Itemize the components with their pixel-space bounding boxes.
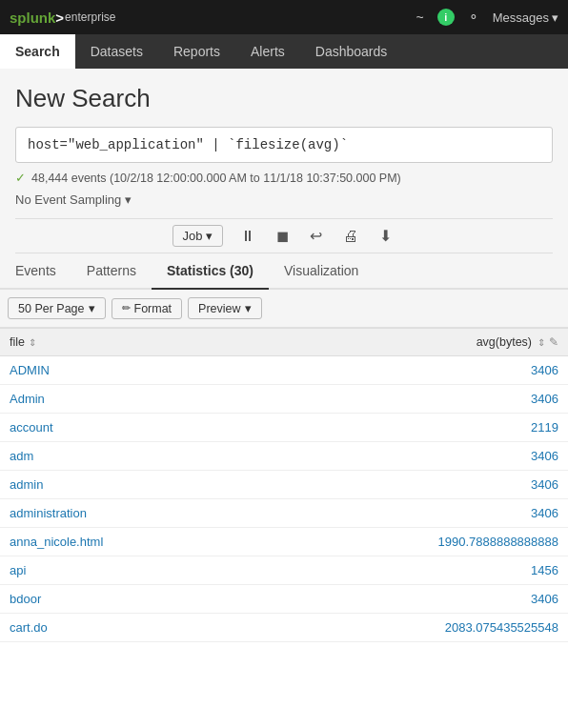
table-row: anna_nicole.html1990.7888888888888 [0,528,568,556]
events-summary: 48,444 events (10/2/18 12:00:00.000 AM t… [31,172,401,185]
messages-label: Messages [493,10,549,25]
cell-avg-bytes: 1990.7888888888888 [254,528,568,556]
activity-icon[interactable]: ~ [416,10,424,25]
sub-toolbar: 50 Per Page ▾ ✏ Format Preview ▾ [0,290,568,328]
col-header-avg-bytes[interactable]: avg(bytes) ⇕ ✎ [254,329,568,356]
table-header-row: file ⇕ avg(bytes) ⇕ ✎ [0,329,568,356]
preview-chevron: ▾ [245,301,252,315]
check-icon: ✓ [15,171,26,185]
cell-file[interactable]: admin [0,471,254,499]
job-button[interactable]: Job ▾ [172,225,224,247]
table-row: Admin3406 [0,385,568,414]
download-button[interactable]: ⬇ [375,225,396,247]
nav-bar: Search Datasets Reports Alerts Dashboard… [0,34,568,69]
cell-avg-bytes: 2083.075435525548 [254,614,568,642]
table-row: cart.do2083.075435525548 [0,614,568,642]
col-header-file[interactable]: file ⇕ [0,329,254,356]
format-pencil-icon: ✏ [122,302,131,314]
table-wrapper: file ⇕ avg(bytes) ⇕ ✎ ADMIN3406Admin3406… [0,328,568,642]
cell-file[interactable]: api [0,556,254,585]
print-button[interactable]: 🖨 [339,226,362,247]
cell-file[interactable]: bdoor [0,585,254,614]
page-title: New Search [15,84,553,113]
cell-avg-bytes: 3406 [254,442,568,471]
file-sort-icon: ⇕ [29,337,36,348]
preview-button[interactable]: Preview ▾ [188,297,261,319]
share-button[interactable]: ↩ [306,225,326,247]
cell-file[interactable]: Admin [0,385,254,414]
info-icon[interactable]: i [437,9,455,26]
messages-button[interactable]: Messages ▾ [493,10,558,25]
splunk-brand-text: splunk [10,10,55,26]
stop-button[interactable]: ◼ [273,225,293,247]
enterprise-label: enterprise [65,10,115,24]
data-table: file ⇕ avg(bytes) ⇕ ✎ ADMIN3406Admin3406… [0,328,568,642]
cell-file[interactable]: adm [0,442,254,471]
sampling-label: No Event Sampling [15,192,121,207]
events-info: ✓ 48,444 events (10/2/18 12:00:00.000 AM… [15,171,553,185]
top-bar-icons: ~ i ⚬ Messages ▾ [416,9,558,26]
person-icon[interactable]: ⚬ [468,10,479,25]
toolbar-row: Job ▾ ⏸ ◼ ↩ 🖨 ⬇ [15,218,553,253]
tab-visualization[interactable]: Visualization [269,253,374,290]
cell-avg-bytes: 3406 [254,385,568,414]
table-row: ADMIN3406 [0,356,568,385]
cell-avg-bytes: 3406 [254,499,568,528]
cell-file[interactable]: cart.do [0,614,254,642]
table-row: adm3406 [0,442,568,471]
nav-item-reports[interactable]: Reports [158,34,235,69]
cell-avg-bytes: 1456 [254,556,568,585]
nav-item-dashboards[interactable]: Dashboards [300,34,403,69]
splunk-logo: splunk> enterprise [10,10,115,26]
table-row: admin3406 [0,471,568,499]
cell-avg-bytes: 3406 [254,585,568,614]
table-row: account2119 [0,414,568,442]
preview-label: Preview [198,302,240,315]
main-content: New Search host="web_application" | `fil… [0,69,568,253]
pause-button[interactable]: ⏸ [236,226,259,247]
table-row: bdoor3406 [0,585,568,614]
tab-patterns[interactable]: Patterns [71,253,152,290]
sampling-row: No Event Sampling ▾ [15,189,553,211]
format-label: Format [134,302,172,315]
tab-statistics[interactable]: Statistics (30) [152,253,269,290]
cell-avg-bytes: 3406 [254,471,568,499]
cell-file[interactable]: administration [0,499,254,528]
table-row: api1456 [0,556,568,585]
per-page-label: 50 Per Page [18,302,85,315]
sampling-chevron: ▾ [125,192,132,207]
job-chevron: ▾ [206,229,213,243]
messages-chevron: ▾ [552,10,558,25]
nav-item-datasets[interactable]: Datasets [75,34,158,69]
cell-file[interactable]: ADMIN [0,356,254,385]
cell-avg-bytes: 2119 [254,414,568,442]
search-input[interactable]: host="web_application" | `filesize(avg)` [15,127,553,163]
avg-bytes-edit-icon[interactable]: ✎ [549,335,558,349]
cell-file[interactable]: account [0,414,254,442]
job-label: Job [183,229,203,243]
tabs-row: Events Patterns Statistics (30) Visualiz… [0,253,568,290]
avg-bytes-sort-icon: ⇕ [538,337,545,348]
cell-avg-bytes: 3406 [254,356,568,385]
nav-item-alerts[interactable]: Alerts [235,34,300,69]
sampling-button[interactable]: No Event Sampling ▾ [15,189,132,211]
per-page-chevron: ▾ [89,301,95,315]
splunk-arrow: > [55,10,64,26]
per-page-button[interactable]: 50 Per Page ▾ [8,297,106,319]
format-button[interactable]: ✏ Format [112,298,183,319]
top-bar: splunk> enterprise ~ i ⚬ Messages ▾ [0,0,568,34]
tab-events[interactable]: Events [0,253,71,290]
cell-file[interactable]: anna_nicole.html [0,528,254,556]
nav-item-search[interactable]: Search [0,34,75,69]
table-row: administration3406 [0,499,568,528]
